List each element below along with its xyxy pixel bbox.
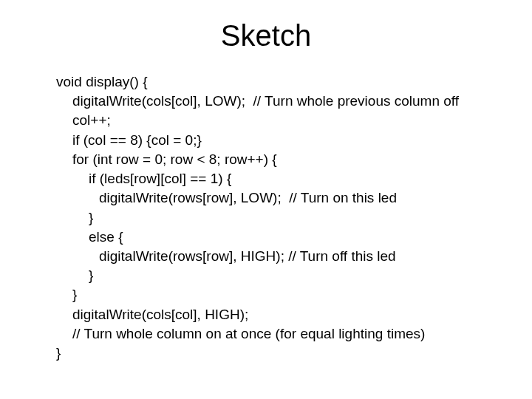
code-line: digitalWrite(cols[col], LOW); // Turn wh… xyxy=(56,92,459,111)
code-line: col++; xyxy=(56,111,459,130)
code-line: } xyxy=(56,208,459,228)
code-line: digitalWrite(rows[row], LOW); // Turn on… xyxy=(56,188,459,208)
code-line: if (leds[row][col] == 1) { xyxy=(56,169,459,188)
code-line: digitalWrite(cols[col], HIGH); xyxy=(56,305,459,324)
slide: Sketch void display() { digitalWrite(col… xyxy=(0,0,532,399)
code-line: else { xyxy=(56,228,459,247)
code-line: if (col == 8) {col = 0;} xyxy=(56,131,459,150)
code-line: for (int row = 0; row < 8; row++) { xyxy=(56,150,459,169)
code-line: void display() { xyxy=(56,72,459,92)
code-line: // Turn whole column on at once (for equ… xyxy=(56,324,459,344)
code-line: } xyxy=(56,344,459,363)
slide-title: Sketch xyxy=(0,0,532,52)
code-block: void display() { digitalWrite(cols[col],… xyxy=(56,72,459,363)
code-line: digitalWrite(rows[row], HIGH); // Turn o… xyxy=(56,247,459,266)
code-line: } xyxy=(56,266,459,285)
code-line: } xyxy=(56,285,459,304)
